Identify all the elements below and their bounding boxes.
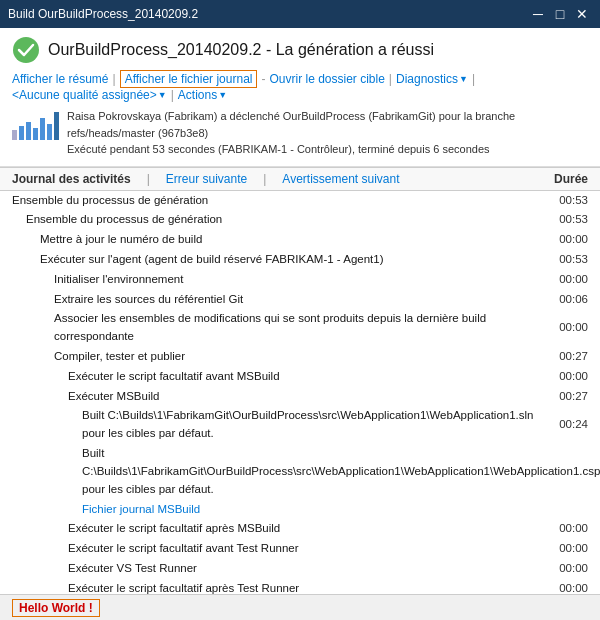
log-row: Initialiser l'environnement00:00: [12, 270, 588, 290]
build-title-text: OurBuildProcess_20140209.2 - La générati…: [48, 41, 434, 59]
footer-text: Hello World !: [12, 599, 100, 617]
log-duration: 00:24: [559, 416, 588, 434]
journal-link[interactable]: Afficher le fichier journal: [120, 70, 258, 88]
main-content: OurBuildProcess_20140209.2 - La générati…: [0, 28, 600, 620]
bar6: [47, 124, 52, 140]
log-duration: 00:00: [559, 368, 588, 386]
title-bar-controls: ─ □ ✕: [528, 4, 592, 24]
log-text: Associer les ensembles de modifications …: [12, 310, 559, 346]
log-text: Exécuter le script facultatif avant Test…: [12, 540, 299, 558]
log-text: Built C:\Builds\1\FabrikamGit\OurBuildPr…: [12, 407, 559, 443]
title-bar: Build OurBuildProcess_20140209.2 ─ □ ✕: [0, 0, 600, 28]
log-duration: 00:00: [559, 540, 588, 558]
log-text: Mettre à jour le numéro de build: [12, 231, 202, 249]
log-row: Exécuter MSBuild00:27: [12, 387, 588, 407]
title-bar-text: Build OurBuildProcess_20140209.2: [8, 7, 198, 21]
bar3: [26, 122, 31, 140]
next-error-link[interactable]: Erreur suivante: [166, 172, 247, 186]
build-detail-line1: Raisa Pokrovskaya (Fabrikam) a déclenché…: [67, 108, 515, 125]
log-row: Exécuter le script facultatif avant Test…: [12, 539, 588, 559]
next-warning-link[interactable]: Avertissement suivant: [282, 172, 399, 186]
build-title-row: OurBuildProcess_20140209.2 - La générati…: [12, 36, 588, 64]
dossier-link[interactable]: Ouvrir le dossier cible: [269, 72, 384, 86]
log-row: Built C:\Builds\1\FabrikamGit\OurBuildPr…: [12, 444, 588, 499]
diagnostics-arrow: ▼: [459, 74, 468, 84]
summary-link[interactable]: Afficher le résumé: [12, 72, 109, 86]
log-duration: 00:00: [559, 319, 588, 337]
log-duration: 00:53: [559, 251, 588, 269]
log-row: Exécuter le script facultatif après Test…: [12, 579, 588, 594]
header-section: OurBuildProcess_20140209.2 - La générati…: [0, 28, 600, 167]
col-sep2: |: [263, 172, 266, 186]
sep4: |: [472, 72, 475, 86]
log-row: Compiler, tester et publier00:27: [12, 347, 588, 367]
log-row: Exécuter le script facultatif après MSBu…: [12, 519, 588, 539]
actions-label: Actions: [178, 88, 217, 102]
sep2: -: [261, 72, 265, 86]
log-duration: 00:00: [559, 520, 588, 538]
success-icon: [12, 36, 40, 64]
log-link[interactable]: Fichier journal MSBuild: [12, 501, 200, 519]
log-row: Exécuter le script facultatif avant MSBu…: [12, 367, 588, 387]
log-duration: 00:00: [559, 271, 588, 289]
log-duration: 00:00: [559, 231, 588, 249]
qualite-arrow: ▼: [158, 90, 167, 100]
sep3: |: [389, 72, 392, 86]
minimize-button[interactable]: ─: [528, 4, 548, 24]
col-activity-label: Journal des activités: [12, 172, 131, 186]
bar5: [40, 118, 45, 140]
log-text: Extraire les sources du référentiel Git: [12, 291, 243, 309]
log-row: Built C:\Builds\1\FabrikamGit\OurBuildPr…: [12, 406, 588, 444]
log-text: Built C:\Builds\1\FabrikamGit\OurBuildPr…: [12, 445, 600, 498]
log-duration: 00:53: [559, 192, 588, 210]
log-duration: 00:27: [559, 348, 588, 366]
log-row: Ensemble du processus de génération00:53: [12, 210, 588, 230]
log-table: Ensemble du processus de génération00:53…: [0, 191, 600, 595]
bar2: [19, 126, 24, 140]
log-text: Compiler, tester et publier: [12, 348, 185, 366]
log-row: Exécuter VS Test Runner00:00: [12, 559, 588, 579]
maximize-button[interactable]: □: [550, 4, 570, 24]
build-detail-line3: Exécuté pendant 53 secondes (FABRIKAM-1 …: [67, 141, 515, 158]
log-duration: 00:06: [559, 291, 588, 309]
actions-arrow: ▼: [218, 90, 227, 100]
diagnostics-label: Diagnostics: [396, 72, 458, 86]
build-detail-line2: refs/heads/master (967b3e8): [67, 125, 515, 142]
log-duration: 00:27: [559, 388, 588, 406]
log-row: Extraire les sources du référentiel Git0…: [12, 290, 588, 310]
action-links-bar: Afficher le résumé | Afficher le fichier…: [12, 70, 588, 102]
build-info-section: Raisa Pokrovskaya (Fabrikam) a déclenché…: [12, 108, 588, 158]
log-text: Exécuter sur l'agent (agent de build rés…: [12, 251, 384, 269]
col-sep: |: [147, 172, 150, 186]
log-text: Ensemble du processus de génération: [12, 211, 222, 229]
table-header-left: Journal des activités | Erreur suivante …: [12, 172, 400, 186]
bar7: [54, 112, 59, 140]
diagnostics-dropdown[interactable]: Diagnostics ▼: [396, 72, 468, 86]
log-row: Fichier journal MSBuild: [12, 500, 588, 520]
log-text: Exécuter le script facultatif après Test…: [12, 580, 299, 594]
qualite-dropdown[interactable]: <Aucune qualité assignée> ▼: [12, 88, 167, 102]
log-duration: 00:00: [559, 560, 588, 578]
log-text: Ensemble du processus de génération: [12, 192, 208, 210]
table-header: Journal des activités | Erreur suivante …: [0, 167, 600, 191]
log-text: Exécuter le script facultatif avant MSBu…: [12, 368, 280, 386]
log-duration: 00:00: [559, 580, 588, 594]
log-text: Initialiser l'environnement: [12, 271, 183, 289]
log-duration: 00:53: [559, 211, 588, 229]
log-row: Ensemble du processus de génération00:53: [12, 191, 588, 211]
footer-bar: Hello World !: [0, 594, 600, 620]
build-details-text: Raisa Pokrovskaya (Fabrikam) a déclenché…: [67, 108, 515, 158]
build-chart: [12, 108, 59, 140]
sep1: |: [113, 72, 116, 86]
log-text: Exécuter MSBuild: [12, 388, 159, 406]
close-button[interactable]: ✕: [572, 4, 592, 24]
svg-point-0: [13, 37, 39, 63]
col-duration-label: Durée: [554, 172, 588, 186]
log-text: Exécuter VS Test Runner: [12, 560, 197, 578]
log-row: Associer les ensembles de modifications …: [12, 309, 588, 347]
actions-dropdown[interactable]: Actions ▼: [178, 88, 227, 102]
log-text: Exécuter le script facultatif après MSBu…: [12, 520, 280, 538]
log-row: Exécuter sur l'agent (agent de build rés…: [12, 250, 588, 270]
bar1: [12, 130, 17, 140]
qualite-label: <Aucune qualité assignée>: [12, 88, 157, 102]
